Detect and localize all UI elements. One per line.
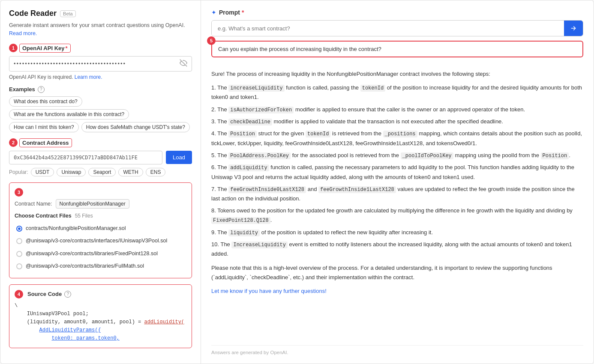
popular-label: Popular: [9,169,28,175]
file-radio-3[interactable] [16,263,22,269]
step-3-marker: 3 [15,188,186,197]
step-5-circle: 5 [207,36,216,45]
popular-chip-seaport[interactable]: Seaport [88,168,116,176]
code-link-addliquidityparams: AddLiquidityParams({ [39,327,101,333]
source-code-header: 4 Source Code ? [15,290,186,298]
popular-chip-usdt[interactable]: USDT [31,168,54,176]
file-item-0[interactable]: contracts/NonfungiblePositionManager.sol [15,222,186,235]
prompt-submit-button[interactable] [564,21,583,36]
contract-name-label: Contract Name: [15,201,52,207]
file-name-1: @uniswap/v3-core/contracts/interfaces/IU… [26,237,167,245]
file-item-3[interactable]: @uniswap/v3-core/contracts/libraries/Ful… [15,260,186,273]
prompt-input-row [211,20,583,36]
prompt-label-row: ✦ Prompt * [211,9,583,16]
file-name-2: @uniswap/v3-core/contracts/libraries/Fix… [26,250,158,258]
contract-address-section: 2 Contract Address Load Popular: USDT Un… [9,138,192,176]
api-key-section: 1 OpenAI API Key* OpenAI API Key is requ… [9,44,192,80]
file-item-1[interactable]: @uniswap/v3-core/contracts/interfaces/IU… [15,235,186,248]
contract-input-row: Load [9,151,192,164]
step-3-circle: 3 [15,188,23,197]
file-name-0: contracts/NonfungiblePositionManager.sol [26,225,126,233]
step-5-wrapper: 5 Can you explain the process of increas… [211,41,583,63]
answer-step-1: 2. The isAuthorizedForToken modifier is … [211,105,583,114]
code-highlight-addliquidity: addLiquidity( [144,319,184,325]
source-code-help-icon: ? [64,291,71,298]
popular-chip-ens[interactable]: ENS [146,168,166,176]
source-code-content: \ IUniswapV3Pool pool; (liquidity, amoun… [15,302,186,343]
popular-row: Popular: USDT Uniswap Seaport WETH ENS [9,168,192,176]
api-key-input-row [9,56,192,72]
api-key-label: OpenAI API Key* [19,44,71,53]
api-key-label-row: 1 OpenAI API Key* [9,44,192,53]
examples-label: Examples [9,86,35,92]
answer-step-6: 7. The feeGrowthInside0LastX128 and feeG… [211,185,583,203]
choose-files-row: Choose Contract Files 55 Files [15,213,186,219]
required-star: * [65,45,67,51]
code-line-2: (liquidity, amount0, amount1, pool) = ad… [15,318,186,326]
file-radio-1[interactable] [16,238,22,244]
example-chip-2[interactable]: How can I mint this token? [9,122,79,132]
prompt-input[interactable] [212,21,564,36]
learn-more-link[interactable]: Learn more. [75,74,102,80]
answer-step-0: 1. The increaseLiquidity function is cal… [211,83,583,102]
answer-content: Sure! The process of increasing liquidit… [211,69,583,339]
contract-name-row: Contract Name: NonfungiblePositionManage… [15,199,186,209]
description-text: Generate instant answers for your smart … [9,21,192,38]
source-code-label: Source Code [27,291,62,297]
answer-step-9: 10. The IncreaseLiquidity event is emitt… [211,240,583,259]
beta-badge: Beta [60,10,76,17]
prompt-highlight-box: Can you explain the process of increasin… [211,41,583,57]
example-chip-1[interactable]: What are the functions available in this… [9,109,129,119]
answer-intro: Sure! The process of increasing liquidit… [211,69,583,79]
answer-steps: 1. The increaseLiquidity function is cal… [211,83,583,259]
example-chips: What does this contract do? What are the… [9,96,192,132]
file-list: contracts/NonfungiblePositionManager.sol… [15,222,186,273]
code-line-1: IUniswapV3Pool pool; [15,310,186,318]
answer-step-4: 5. The PoolAddress.PoolKey for the assoc… [211,151,583,160]
source-code-section: 4 Source Code ? \ IUniswapV3Pool pool; (… [9,284,192,349]
main-container: Code Reader Beta Generate instant answer… [0,0,594,364]
prompt-label: Prompt * [219,9,244,16]
contract-address-label-row: 2 Contract Address [9,138,192,147]
contract-files-section: 3 Contract Name: NonfungiblePositionMana… [9,182,192,278]
api-key-input[interactable] [9,57,175,70]
code-link-token0: token0: params.token0, [51,335,119,341]
step-2-circle: 2 [9,138,18,147]
step-4-circle: 4 [15,290,23,298]
popular-chip-weth[interactable]: WETH [118,168,143,176]
file-radio-2[interactable] [16,251,22,257]
choose-files-label: Choose Contract Files [15,213,72,219]
load-button[interactable]: Load [166,151,192,164]
code-line-4: token0: params.token0, [15,334,186,343]
read-more-link[interactable]: Read more. [9,30,37,36]
file-item-2[interactable]: @uniswap/v3-core/contracts/libraries/Fix… [15,248,186,260]
left-panel: Code Reader Beta Generate instant answer… [0,0,201,364]
example-chip-3[interactable]: How does SafeMath change USDT's state? [81,122,190,132]
example-chip-0[interactable]: What does this contract do? [9,96,82,107]
right-panel: ✦ Prompt * 5 Can you explain the process… [201,0,594,364]
popular-chip-uniswap[interactable]: Uniswap [57,168,86,176]
header-row: Code Reader Beta [9,9,192,18]
file-radio-0[interactable] [16,226,22,232]
answer-closing: Let me know if you have any further ques… [211,286,583,296]
toggle-visibility-button[interactable] [175,57,192,71]
code-line-0: \ [15,302,186,310]
contract-address-label: Contract Address [19,138,72,147]
files-count: 55 Files [75,213,93,219]
answer-note: Please note that this is a high-level ov… [211,263,583,282]
contract-address-input[interactable] [9,151,162,164]
answer-step-2: 3. The checkDeadline modifier is applied… [211,117,583,126]
answer-step-3: 4. The Position struct for the given tok… [211,129,583,148]
answer-step-8: 9. The liquidity of the position is upda… [211,228,583,237]
app-title: Code Reader [9,9,57,18]
examples-help-icon: ? [38,86,45,93]
answer-footer: Answers are generated by OpenAI. [211,345,583,355]
prompt-icon: ✦ [211,9,216,16]
answer-step-5: 6. The addLiquidity function is called, … [211,163,583,182]
prompt-required: * [242,9,244,16]
examples-section: Examples ? What does this contract do? W… [9,86,192,132]
file-name-3: @uniswap/v3-core/contracts/libraries/Ful… [26,263,144,270]
examples-row: Examples ? [9,86,192,93]
answer-step-7: 8. Tokens owed to the position for the u… [211,206,583,225]
api-hint: OpenAI API Key is required. Learn more. [9,74,192,80]
